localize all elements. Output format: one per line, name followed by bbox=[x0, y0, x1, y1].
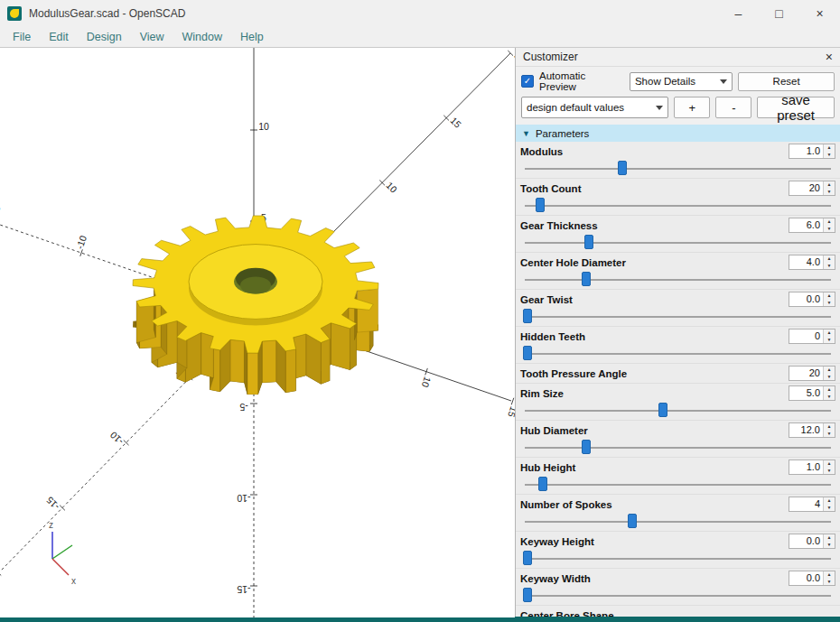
spin-down-icon[interactable]: ▼ bbox=[824, 300, 835, 307]
spin-up-icon[interactable]: ▲ bbox=[824, 423, 835, 431]
details-dropdown[interactable]: Show Details bbox=[630, 72, 733, 91]
parameter-slider[interactable] bbox=[525, 587, 831, 604]
spin-up-icon[interactable]: ▲ bbox=[824, 144, 835, 152]
spin-down-icon[interactable]: ▼ bbox=[824, 226, 835, 233]
spin-up-icon[interactable]: ▲ bbox=[824, 367, 835, 374]
remove-preset-button[interactable]: - bbox=[715, 97, 751, 118]
parameter-spinbox[interactable]: 0.0▲▼ bbox=[789, 571, 835, 586]
close-button[interactable]: × bbox=[799, 0, 840, 27]
spin-up-icon[interactable]: ▲ bbox=[824, 460, 835, 468]
parameter-label: Hidden Teeth bbox=[520, 331, 585, 342]
preset-dropdown[interactable]: design default values bbox=[521, 97, 668, 118]
parameter-slider[interactable] bbox=[525, 345, 831, 362]
slider-handle[interactable] bbox=[523, 346, 532, 360]
automatic-preview-checkbox[interactable]: ✓ bbox=[521, 75, 534, 88]
3d-viewport[interactable]: 5101520-5-10-15-2051015-5-10-1551015-5-1… bbox=[0, 48, 515, 617]
parameter-label: Keyway Height bbox=[520, 536, 594, 547]
slider-handle[interactable] bbox=[523, 309, 532, 323]
parameter-spinbox[interactable]: 4.0▲▼ bbox=[789, 255, 835, 270]
slider-handle[interactable] bbox=[536, 198, 545, 212]
close-icon[interactable]: × bbox=[826, 50, 833, 64]
spin-down-icon[interactable]: ▼ bbox=[824, 374, 835, 381]
spin-up-icon[interactable]: ▲ bbox=[824, 571, 835, 579]
add-preset-button[interactable]: + bbox=[674, 97, 710, 118]
spin-up-icon[interactable]: ▲ bbox=[824, 292, 835, 300]
parameter-spinbox[interactable]: 6.0▲▼ bbox=[789, 218, 835, 233]
parameter-value: 5.0 bbox=[789, 386, 823, 400]
spin-down-icon[interactable]: ▼ bbox=[824, 337, 835, 344]
spin-down-icon[interactable]: ▼ bbox=[824, 152, 835, 159]
parameter-hidden-teeth: Hidden Teeth0▲▼ bbox=[516, 327, 840, 364]
spin-down-icon[interactable]: ▼ bbox=[824, 189, 835, 196]
spin-up-icon[interactable]: ▲ bbox=[824, 255, 835, 263]
parameter-spinbox[interactable]: 0.0▲▼ bbox=[789, 534, 835, 549]
slider-handle[interactable] bbox=[628, 514, 637, 528]
parameter-slider[interactable] bbox=[525, 197, 831, 214]
parameter-slider[interactable] bbox=[525, 308, 831, 325]
spin-up-icon[interactable]: ▲ bbox=[824, 497, 835, 505]
parameter-spinbox[interactable]: 5.0▲▼ bbox=[789, 385, 835, 401]
spin-up-icon[interactable]: ▲ bbox=[824, 386, 835, 394]
menu-window[interactable]: Window bbox=[173, 29, 231, 45]
spin-up-icon[interactable]: ▲ bbox=[824, 218, 835, 226]
slider-handle[interactable] bbox=[582, 440, 591, 454]
details-dropdown-value: Show Details bbox=[635, 76, 695, 87]
parameter-spinbox[interactable]: 1.0▲▼ bbox=[789, 144, 835, 159]
parameter-value: 20 bbox=[789, 181, 823, 195]
parameter-spinbox[interactable]: 0.0▲▼ bbox=[789, 292, 835, 307]
parameter-tooth-pressure-angle: Tooth Pressure Angle20▲▼ bbox=[516, 364, 840, 384]
spin-down-icon[interactable]: ▼ bbox=[824, 579, 835, 586]
parameter-spinbox[interactable]: 0▲▼ bbox=[789, 329, 835, 344]
menu-help[interactable]: Help bbox=[231, 29, 273, 45]
parameter-value: 1.0 bbox=[789, 144, 823, 158]
spin-down-icon[interactable]: ▼ bbox=[824, 263, 835, 270]
parameter-spinbox[interactable]: 4▲▼ bbox=[789, 497, 835, 512]
svg-text:-15: -15 bbox=[0, 204, 3, 220]
parameter-label: Hub Diameter bbox=[520, 425, 588, 436]
menu-view[interactable]: View bbox=[131, 29, 173, 45]
slider-handle[interactable] bbox=[582, 272, 591, 286]
reset-button[interactable]: Reset bbox=[738, 72, 835, 91]
viewport-canvas[interactable]: 5101520-5-10-15-2051015-5-10-1551015-5-1… bbox=[0, 48, 515, 617]
parameter-spinbox[interactable]: 12.0▲▼ bbox=[789, 422, 835, 438]
slider-handle[interactable] bbox=[618, 161, 627, 175]
slider-handle[interactable] bbox=[523, 588, 532, 602]
parameter-slider[interactable] bbox=[525, 271, 831, 288]
titlebar: ModulusGear.scad - OpenSCAD – □ × bbox=[0, 0, 840, 27]
minimize-button[interactable]: – bbox=[718, 0, 759, 27]
spin-up-icon[interactable]: ▲ bbox=[824, 534, 835, 542]
parameter-slider[interactable] bbox=[525, 234, 831, 251]
menu-file[interactable]: File bbox=[4, 29, 40, 45]
parameter-spinbox[interactable]: 1.0▲▼ bbox=[789, 460, 835, 475]
menu-design[interactable]: Design bbox=[78, 29, 131, 45]
parameters-section-header[interactable]: ▼ Parameters bbox=[516, 125, 840, 142]
spin-down-icon[interactable]: ▼ bbox=[824, 394, 835, 401]
spin-down-icon[interactable]: ▼ bbox=[824, 468, 835, 475]
parameter-slider[interactable] bbox=[525, 476, 831, 493]
parameter-value: 4.0 bbox=[789, 255, 823, 269]
parameter-slider[interactable] bbox=[525, 160, 831, 177]
spin-down-icon[interactable]: ▼ bbox=[824, 505, 835, 512]
parameter-value: 0.0 bbox=[789, 571, 823, 585]
parameter-spinbox[interactable]: 20▲▼ bbox=[789, 181, 835, 196]
parameters-header-label: Parameters bbox=[536, 128, 589, 139]
slider-handle[interactable] bbox=[523, 551, 532, 565]
parameter-spinbox[interactable]: 20▲▼ bbox=[789, 366, 835, 381]
parameter-tooth-count: Tooth Count20▲▼ bbox=[516, 179, 840, 216]
spin-down-icon[interactable]: ▼ bbox=[824, 431, 835, 438]
parameter-slider[interactable] bbox=[525, 513, 831, 530]
parameter-slider[interactable] bbox=[525, 439, 831, 456]
save-preset-button[interactable]: save preset bbox=[757, 97, 835, 118]
openscad-logo-icon bbox=[7, 6, 22, 21]
parameter-slider[interactable] bbox=[525, 402, 831, 419]
maximize-button[interactable]: □ bbox=[759, 0, 799, 27]
parameter-slider[interactable] bbox=[525, 550, 831, 567]
spin-up-icon[interactable]: ▲ bbox=[824, 330, 835, 337]
spin-down-icon[interactable]: ▼ bbox=[824, 542, 835, 549]
spin-up-icon[interactable]: ▲ bbox=[824, 181, 835, 189]
slider-handle[interactable] bbox=[658, 403, 667, 417]
slider-handle[interactable] bbox=[538, 477, 547, 491]
menu-edit[interactable]: Edit bbox=[40, 29, 78, 45]
svg-text:10: 10 bbox=[420, 376, 434, 389]
slider-handle[interactable] bbox=[584, 235, 593, 249]
